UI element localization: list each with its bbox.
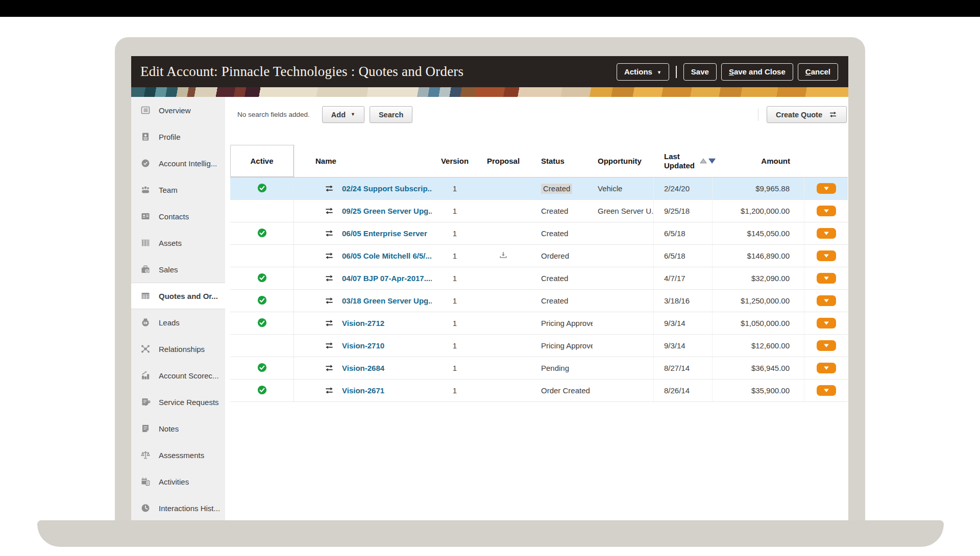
cancel-button[interactable]: Cancel: [798, 63, 838, 81]
quote-name-link[interactable]: 06/05 Cole Mitchell 6/5/...: [342, 251, 432, 260]
row-actions-button[interactable]: [817, 273, 836, 284]
table-row[interactable]: Vision-2684 1 Pending 8/27/14 $36,945.00: [230, 357, 848, 380]
quote-name-link[interactable]: Vision-2671: [342, 386, 384, 395]
no-search-fields-text: No search fields added.: [237, 111, 310, 118]
swap-icon: [324, 341, 335, 350]
proposal-download-icon[interactable]: [498, 250, 508, 260]
chevron-down-icon: [823, 207, 829, 215]
column-header-amount[interactable]: Amount: [713, 157, 804, 165]
column-header-active[interactable]: Active: [230, 145, 294, 177]
proposal-cell: [478, 250, 529, 262]
quote-name-link[interactable]: Vision-2710: [342, 341, 384, 350]
table-row[interactable]: Vision-2671 1 Order Created 8/26/14 $35,…: [230, 380, 848, 402]
row-actions-button[interactable]: [817, 318, 836, 328]
row-actions-button[interactable]: [817, 250, 836, 261]
table-row[interactable]: Vision-2712 1 Pricing Approved 9/3/14 $1…: [230, 312, 848, 335]
column-header-opportunity[interactable]: Opportunity: [593, 157, 654, 165]
sales-icon: [140, 264, 151, 275]
active-cell: [230, 335, 294, 357]
table-body: 02/24 Support Subscrip... 1 Created Vehi…: [230, 178, 848, 402]
profile-icon: [140, 131, 151, 142]
sidebar-item-assessments[interactable]: Assessments: [131, 442, 225, 468]
quote-name-link[interactable]: 03/18 Green Server Upg...: [342, 296, 432, 305]
column-header-status[interactable]: Status: [529, 157, 593, 165]
table-row[interactable]: 06/05 Cole Mitchell 6/5/... 1 Ordered 6/…: [230, 245, 848, 267]
sidebar-item-relationships[interactable]: Relationships: [131, 336, 225, 362]
status-value: Pricing Approved: [541, 341, 593, 350]
quotes-orders-icon: [140, 290, 151, 301]
sidebar-item-notes[interactable]: Notes: [131, 415, 225, 442]
sidebar-item-activities[interactable]: Activities: [131, 468, 225, 495]
header-separator: [676, 66, 677, 78]
status-cell: Pricing Approved: [529, 341, 593, 350]
column-header-last-updated[interactable]: Last Updated: [654, 152, 713, 170]
swap-icon: [324, 363, 335, 373]
table-row[interactable]: 02/24 Support Subscrip... 1 Created Vehi…: [230, 178, 848, 200]
active-cell: [230, 245, 294, 267]
active-check-icon: [257, 183, 267, 195]
row-actions-button[interactable]: [817, 385, 836, 396]
column-header-name[interactable]: Name: [294, 157, 432, 165]
save-button[interactable]: Save: [683, 63, 717, 81]
row-actions-button[interactable]: [817, 363, 836, 373]
name-cell: 06/05 Cole Mitchell 6/5/...: [294, 251, 432, 261]
active-cell: [230, 357, 294, 379]
row-actions-button[interactable]: [817, 340, 836, 351]
sidebar-item-profile[interactable]: Profile: [131, 123, 225, 150]
active-check-icon: [257, 272, 267, 285]
column-header-proposal[interactable]: Proposal: [478, 157, 529, 165]
create-quote-button[interactable]: Create Quote: [767, 106, 847, 123]
search-button[interactable]: Search: [370, 106, 412, 123]
column-header-version[interactable]: Version: [432, 157, 478, 165]
sidebar-item-quotes-and-or[interactable]: Quotes and Or...: [131, 283, 225, 309]
name-cell: 06/05 Enterprise Server: [294, 229, 432, 238]
table-row[interactable]: 06/05 Enterprise Server 1 Created 6/5/18…: [230, 222, 848, 245]
sidebar-item-interactions-hist[interactable]: Interactions Hist...: [131, 495, 225, 521]
row-actions-button[interactable]: [817, 206, 836, 216]
quote-name-link[interactable]: 06/05 Enterprise Server: [342, 229, 427, 238]
version-cell: 1: [432, 319, 478, 327]
sidebar-item-contacts[interactable]: Contacts: [131, 203, 225, 230]
last-updated-cell: 9/25/18: [654, 200, 713, 222]
last-updated-cell: 8/27/14: [654, 357, 713, 379]
table-row[interactable]: 04/07 BJP 07-Apr-2017.... 1 Created 4/7/…: [230, 267, 848, 290]
quote-name-link[interactable]: 04/07 BJP 07-Apr-2017....: [342, 274, 432, 283]
last-updated-cell: 2/24/20: [654, 178, 713, 199]
sort-ascending-icon[interactable]: [700, 158, 707, 164]
row-actions-button[interactable]: [817, 228, 836, 239]
sidebar: OverviewProfileAccount Intellig...TeamCo…: [131, 97, 225, 523]
sidebar-item-service-requests[interactable]: Service Requests: [131, 389, 225, 415]
sidebar-item-leads[interactable]: Leads: [131, 309, 225, 336]
quote-name-link[interactable]: Vision-2684: [342, 364, 384, 372]
row-actions-button[interactable]: [817, 295, 836, 306]
quote-name-link[interactable]: 02/24 Support Subscrip...: [342, 184, 432, 193]
row-actions-button[interactable]: [817, 183, 836, 194]
sidebar-item-assets[interactable]: Assets: [131, 230, 225, 256]
last-updated-cell: 6/5/18: [654, 245, 713, 267]
active-check-icon: [257, 385, 267, 397]
overview-icon: [140, 105, 151, 116]
add-button-label: Add: [331, 111, 346, 119]
table-row[interactable]: Vision-2710 1 Pricing Approved 9/3/14 $1…: [230, 335, 848, 357]
sidebar-item-account-intellig[interactable]: Account Intellig...: [131, 150, 225, 176]
quote-name-link[interactable]: 09/25 Green Server Upg...: [342, 207, 432, 215]
table-row[interactable]: 03/18 Green Server Upg... 1 Created 3/18…: [230, 290, 848, 312]
last-updated-cell: 9/3/14: [654, 335, 713, 357]
quote-name-link[interactable]: Vision-2712: [342, 319, 384, 327]
table-row[interactable]: 09/25 Green Server Upg... 1 Created Gree…: [230, 200, 848, 222]
amount-cell: $32,090.00: [713, 267, 804, 289]
name-cell: 03/18 Green Server Upg...: [294, 296, 432, 306]
status-value: Ordered: [541, 251, 569, 260]
sidebar-item-overview[interactable]: Overview: [131, 97, 225, 123]
sidebar-item-account-scorec[interactable]: Account Scorec...: [131, 362, 225, 389]
version-cell: 1: [432, 229, 478, 238]
status-cell: Created: [529, 184, 593, 194]
active-cell: [230, 312, 294, 334]
sidebar-item-team[interactable]: Team: [131, 176, 225, 203]
actions-button[interactable]: Actions▼: [617, 63, 669, 81]
save-and-close-button[interactable]: Save and Close: [721, 63, 793, 81]
add-button[interactable]: Add▼: [322, 106, 364, 123]
status-value: Created: [541, 296, 568, 305]
sidebar-item-sales[interactable]: Sales: [131, 256, 225, 283]
chevron-down-icon: [823, 387, 829, 394]
